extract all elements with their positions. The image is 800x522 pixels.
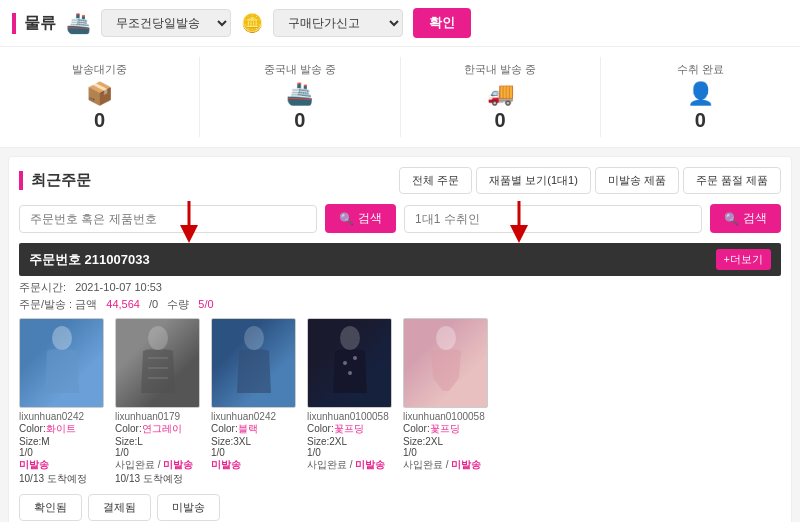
- product-name-2: lixunhuan0179: [115, 411, 205, 422]
- product-name-4: lixunhuan0100058: [307, 411, 397, 422]
- product-color-2: Color:연그레이: [115, 422, 205, 436]
- search-icon-2: 🔍: [724, 212, 739, 226]
- product-color-1: Color:화이트: [19, 422, 109, 436]
- stat-pending-label: 발송대기중: [72, 62, 127, 77]
- product-date-1: 10/13 도착예정: [19, 472, 109, 486]
- search-area: 🔍 검색 🔍 검색: [19, 204, 781, 233]
- recipient-search-button[interactable]: 🔍 검색: [710, 204, 781, 233]
- order-payment: 주문/발송 : 금액 44,564 /0 수량 5/0: [19, 297, 781, 312]
- order-time-value: 2021-10-07 10:53: [75, 281, 162, 293]
- order-search-button[interactable]: 🔍 검색: [325, 204, 396, 233]
- product-status-4a: 사입완료 / 미발송: [307, 458, 397, 472]
- more-button[interactable]: +더보기: [716, 249, 771, 270]
- header-title: 물류: [12, 13, 56, 34]
- product-color-3: Color:블랙: [211, 422, 301, 436]
- product-color-4: Color:꽃프딩: [307, 422, 397, 436]
- product-img-2: [115, 318, 200, 408]
- product-status-1: 미발송: [19, 458, 109, 472]
- stat-received: 수취 완료 👤 0: [601, 57, 800, 137]
- stat-korea-shipping: 한국내 발송 중 🚚 0: [401, 57, 601, 137]
- svg-point-3: [340, 326, 360, 350]
- tab-by-product[interactable]: 재품별 보기(1대1): [476, 167, 591, 194]
- tab-all-orders[interactable]: 전체 주문: [399, 167, 472, 194]
- stat-pending-icon: 📦: [86, 81, 113, 107]
- svg-point-2: [244, 326, 264, 350]
- stat-china-value: 0: [294, 109, 305, 132]
- bottom-buttons: 확인됨 결제됨 미발송: [19, 494, 781, 521]
- product-qty-5: 1/0: [403, 447, 493, 458]
- svg-point-7: [436, 326, 456, 350]
- recipient-search-input[interactable]: [404, 205, 702, 233]
- order-qty-value: 5/0: [198, 298, 213, 310]
- section-title: 최근주문: [19, 171, 91, 190]
- stat-korea-label: 한국내 발송 중: [464, 62, 536, 77]
- stats-bar: 발송대기중 📦 0 중국내 발송 중 🚢 0 한국내 발송 중 🚚 0 수취 완…: [0, 47, 800, 148]
- product-item-3: lixunhuan0242 Color:블랙 Size:3XL 1/0 미발송: [211, 318, 301, 486]
- product-img-5: [403, 318, 488, 408]
- order-time-label: 주문시간:: [19, 281, 69, 293]
- coins-icon: 🪙: [241, 12, 263, 34]
- product-name-5: lixunhuan0100058: [403, 411, 493, 422]
- stat-received-label: 수취 완료: [677, 62, 724, 77]
- header-ship-icon: 🚢: [66, 11, 91, 35]
- order-id: 주문번호 211007033: [29, 251, 150, 269]
- product-qty-1: 1/0: [19, 447, 109, 458]
- product-img-4: [307, 318, 392, 408]
- product-size-3: Size:3XL: [211, 436, 301, 447]
- product-size-5: Size:2XL: [403, 436, 493, 447]
- tab-out-of-stock[interactable]: 주문 품절 제품: [683, 167, 781, 194]
- product-name-1: lixunhuan0242: [19, 411, 109, 422]
- svg-point-5: [353, 356, 357, 360]
- product-status-3: 미발송: [211, 458, 301, 472]
- delivery-select[interactable]: 무조건당일발송: [101, 9, 231, 37]
- confirm-button[interactable]: 확인: [413, 8, 471, 38]
- paid-button[interactable]: 결제됨: [88, 494, 151, 521]
- tab-unshipped[interactable]: 미발송 제품: [595, 167, 679, 194]
- stat-received-value: 0: [695, 109, 706, 132]
- stat-china-icon: 🚢: [286, 81, 313, 107]
- svg-point-4: [343, 361, 347, 365]
- order-datetime: 주문시간: 2021-10-07 10:53: [19, 280, 781, 295]
- order-header: 주문번호 211007033 +더보기: [19, 243, 781, 276]
- header: 물류 🚢 무조건당일발송 🪙 구매단가신고 확인: [0, 0, 800, 47]
- product-qty-3: 1/0: [211, 447, 301, 458]
- order-search-input[interactable]: [19, 205, 317, 233]
- product-item-5: lixunhuan0100058 Color:꽃프딩 Size:2XL 1/0 …: [403, 318, 493, 486]
- product-status-5a: 사입완료 / 미발송: [403, 458, 493, 472]
- product-qty-4: 1/0: [307, 447, 397, 458]
- order-qty-label: 수량: [167, 298, 189, 310]
- product-item-4: lixunhuan0100058 Color:꽃프딩 Size:2XL 1/0 …: [307, 318, 397, 486]
- product-name-3: lixunhuan0242: [211, 411, 301, 422]
- stat-china-shipping: 중국내 발송 중 🚢 0: [200, 57, 400, 137]
- product-status-2a: 사입완료 / 미발송: [115, 458, 205, 472]
- product-img-1: [19, 318, 104, 408]
- product-size-1: Size:M: [19, 436, 109, 447]
- search-row: 🔍 검색 🔍 검색: [19, 204, 781, 233]
- stat-korea-value: 0: [495, 109, 506, 132]
- order-payment-suffix: /0: [149, 298, 158, 310]
- svg-point-6: [348, 371, 352, 375]
- stat-china-label: 중국내 발송 중: [264, 62, 336, 77]
- product-size-2: Size:L: [115, 436, 205, 447]
- order-payment-amount: 44,564: [106, 298, 140, 310]
- svg-point-1: [148, 326, 168, 350]
- section-header: 최근주문 전체 주문 재품별 보기(1대1) 미발송 제품 주문 품절 제품: [19, 167, 781, 194]
- product-grid: lixunhuan0242 Color:화이트 Size:M 1/0 미발송 1…: [19, 318, 781, 486]
- price-select[interactable]: 구매단가신고: [273, 9, 403, 37]
- product-item-2: lixunhuan0179 Color:연그레이 Size:L 1/0 사입완료…: [115, 318, 205, 486]
- search-icon-1: 🔍: [339, 212, 354, 226]
- stat-pending: 발송대기중 📦 0: [0, 57, 200, 137]
- confirmed-button[interactable]: 확인됨: [19, 494, 82, 521]
- product-img-3: [211, 318, 296, 408]
- tab-buttons: 전체 주문 재품별 보기(1대1) 미발송 제품 주문 품절 제품: [399, 167, 781, 194]
- recent-orders-section: 최근주문 전체 주문 재품별 보기(1대1) 미발송 제품 주문 품절 제품 🔍…: [8, 156, 792, 522]
- product-item-1: lixunhuan0242 Color:화이트 Size:M 1/0 미발송 1…: [19, 318, 109, 486]
- unshipped-button[interactable]: 미발송: [157, 494, 220, 521]
- product-color-5: Color:꽃프딩: [403, 422, 493, 436]
- stat-received-icon: 👤: [687, 81, 714, 107]
- order-payment-label: 주문/발송 : 금액: [19, 298, 97, 310]
- svg-point-0: [52, 326, 72, 350]
- stat-pending-value: 0: [94, 109, 105, 132]
- product-qty-2: 1/0: [115, 447, 205, 458]
- product-date-2: 10/13 도착예정: [115, 472, 205, 486]
